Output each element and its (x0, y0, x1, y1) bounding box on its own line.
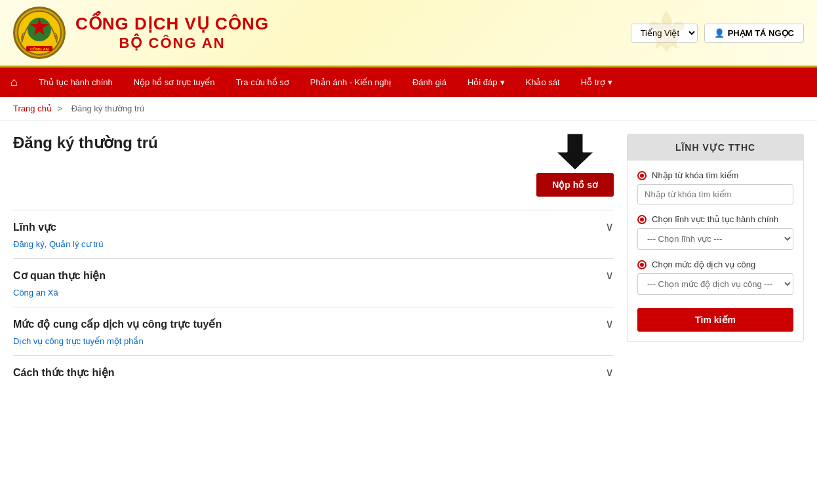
sidebar-keyword-label: Nhập từ khóa tìm kiếm (637, 170, 793, 180)
breadcrumb-current: Đăng ký thường trú (71, 104, 144, 113)
sidebar-panel-title: LĨNH VỰC TTHC (628, 134, 803, 161)
section-cach-thuc-chevron: ∨ (605, 365, 614, 379)
nav-phan-anh[interactable]: Phản ánh - Kiến nghị (300, 69, 402, 95)
sidebar-panel: LĨNH VỰC TTHC Nhập từ khóa tìm kiếm Chọn… (627, 134, 804, 342)
sidebar-field-linh-vuc: Chọn lĩnh vực thủ tục hành chính --- Chọ… (637, 214, 793, 250)
sidebar: LĨNH VỰC TTHC Nhập từ khóa tìm kiếm Chọn… (627, 134, 804, 389)
submit-section: Nộp hồ sơ (536, 134, 614, 197)
section-cach-thuc: Cách thức thực hiện ∨ (13, 355, 614, 389)
section-co-quan-content: Công an Xã (13, 282, 614, 298)
page-title-row: Đăng ký thường trú Nộp hồ sơ (13, 134, 614, 197)
muc-do-radio[interactable] (637, 260, 647, 269)
section-muc-do-chevron: ∨ (605, 317, 614, 331)
logo: CÔNG AN (13, 7, 66, 59)
section-linh-vuc-header[interactable]: Lĩnh vực ∨ (13, 220, 614, 234)
section-co-quan-chevron: ∨ (605, 268, 614, 282)
nav-danh-gia[interactable]: Đánh giá (402, 69, 457, 95)
section-muc-do-title: Mức độ cung cấp dịch vụ công trực tuyến (13, 318, 222, 330)
breadcrumb-home[interactable]: Trang chủ (13, 104, 52, 113)
logo-svg: CÔNG AN (16, 10, 62, 56)
header-left: CÔNG AN CỔNG DỊCH VỤ CÔNG BỘ CÔNG AN (13, 7, 269, 59)
user-button[interactable]: 👤 PHẠM TÁ NGỌC (704, 24, 804, 43)
section-linh-vuc-chevron: ∨ (605, 220, 614, 234)
nav-khao-sat[interactable]: Khảo sát (515, 69, 570, 95)
linh-vuc-radio[interactable] (637, 215, 647, 224)
search-button[interactable]: Tìm kiếm (637, 308, 793, 332)
navigation: ⌂ Thủ tục hành chính Nộp hồ sơ trực tuyế… (0, 68, 817, 97)
title-line2: BỘ CÔNG AN (75, 35, 269, 52)
keyword-input[interactable] (637, 184, 793, 204)
user-icon: 👤 (714, 28, 725, 38)
section-muc-do-content: Dịch vụ công trực tuyến một phần (13, 331, 614, 346)
linh-vuc-select[interactable]: --- Chọn lĩnh vực --- (637, 228, 793, 250)
section-co-quan-title: Cơ quan thực hiện (13, 269, 106, 282)
nav-home[interactable]: ⌂ (0, 68, 28, 97)
nav-tra-cuu-ho-so[interactable]: Tra cứu hồ sơ (226, 69, 300, 95)
hoi-dap-dropdown-icon: ▾ (500, 77, 505, 87)
sidebar-muc-do-label: Chọn mức độ dịch vụ công (637, 260, 793, 269)
page-title: Đăng ký thường trú (13, 134, 158, 152)
header: CÔNG AN CỔNG DỊCH VỤ CÔNG BỘ CÔNG AN ⚜ T… (0, 0, 817, 68)
nav-ho-tro[interactable]: Hỗ trợ ▾ (570, 69, 623, 95)
language-select[interactable]: Tiếng Việt English (631, 24, 698, 43)
breadcrumb: Trang chủ > Đăng ký thường trú (0, 97, 817, 121)
section-linh-vuc: Lĩnh vực ∨ Đăng ký, Quản lý cư trú (13, 210, 614, 258)
breadcrumb-separator: > (57, 104, 62, 113)
sidebar-field-muc-do: Chọn mức độ dịch vụ công --- Chọn mức độ… (637, 260, 793, 295)
content-area: Đăng ký thường trú Nộp hồ sơ Lĩnh vực ∨ … (13, 134, 614, 389)
svg-marker-5 (557, 134, 593, 170)
section-cach-thuc-title: Cách thức thực hiện (13, 366, 114, 379)
ho-tro-dropdown-icon: ▾ (608, 77, 612, 87)
keyword-radio[interactable] (637, 171, 647, 180)
user-name: PHẠM TÁ NGỌC (728, 28, 794, 38)
header-title: CỔNG DỊCH VỤ CÔNG BỘ CÔNG AN (75, 14, 269, 51)
down-arrow-icon (555, 134, 595, 170)
svg-text:CÔNG AN: CÔNG AN (30, 47, 49, 51)
title-line1: CỔNG DỊCH VỤ CÔNG (75, 14, 269, 34)
section-linh-vuc-title: Lĩnh vực (13, 221, 56, 233)
sidebar-linh-vuc-label: Chọn lĩnh vực thủ tục hành chính (637, 214, 793, 224)
header-right: Tiếng Việt English 👤 PHẠM TÁ NGỌC (631, 24, 804, 43)
muc-do-select[interactable]: --- Chọn mức độ dịch vụ công --- (637, 273, 793, 295)
section-co-quan: Cơ quan thực hiện ∨ Công an Xã (13, 258, 614, 307)
section-co-quan-header[interactable]: Cơ quan thực hiện ∨ (13, 268, 614, 282)
nop-ho-so-button[interactable]: Nộp hồ sơ (536, 173, 614, 197)
section-muc-do: Mức độ cung cấp dịch vụ công trực tuyến … (13, 307, 614, 355)
nav-nop-ho-so[interactable]: Nộp hồ sơ trực tuyến (123, 69, 226, 95)
section-muc-do-header[interactable]: Mức độ cung cấp dịch vụ công trực tuyến … (13, 317, 614, 331)
sidebar-field-keyword: Nhập từ khóa tìm kiếm (637, 170, 793, 204)
nav-hoi-dap[interactable]: Hỏi đáp ▾ (457, 69, 515, 95)
main-container: Đăng ký thường trú Nộp hồ sơ Lĩnh vực ∨ … (0, 121, 817, 402)
section-linh-vuc-content: Đăng ký, Quản lý cư trú (13, 234, 614, 249)
sidebar-panel-body: Nhập từ khóa tìm kiếm Chọn lĩnh vực thủ … (628, 161, 803, 341)
nav-thu-tuc-hanh-chinh[interactable]: Thủ tục hành chính (28, 69, 123, 95)
section-cach-thuc-header[interactable]: Cách thức thực hiện ∨ (13, 365, 614, 379)
